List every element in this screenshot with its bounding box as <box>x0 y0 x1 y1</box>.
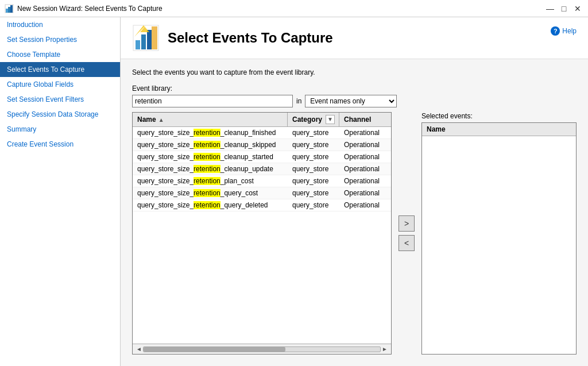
search-row: in Event names only All fields <box>132 95 577 107</box>
sidebar-item-choose-template[interactable]: Choose Template <box>0 47 120 62</box>
td-channel: Operational <box>339 151 391 163</box>
td-category: query_store <box>288 175 339 187</box>
table-row[interactable]: query_store_size_retention_plan_cost que… <box>133 175 391 187</box>
svg-rect-2 <box>8 7 10 13</box>
sidebar-item-specify-session-data-storage[interactable]: Specify Session Data Storage <box>0 107 120 122</box>
selected-table-header: Name <box>422 123 576 136</box>
td-name: query_store_size_retention_plan_cost <box>133 175 288 187</box>
page-title: Select Events To Capture <box>168 30 333 46</box>
td-name: query_store_size_retention_query_deleted <box>133 199 288 211</box>
sidebar-item-create-event-session[interactable]: Create Event Session <box>0 137 120 152</box>
title-bar: New Session Wizard: Select Events To Cap… <box>0 0 588 17</box>
highlight: retention <box>194 129 220 137</box>
highlight: retention <box>194 189 220 197</box>
highlight: retention <box>194 153 220 161</box>
title-bar-title: New Session Wizard: Select Events To Cap… <box>17 5 163 13</box>
td-name: query_store_size_retention_query_cost <box>133 187 288 199</box>
svg-rect-3 <box>10 5 13 13</box>
svg-rect-1 <box>6 9 8 13</box>
maximize-button[interactable]: □ <box>558 3 570 14</box>
sidebar-item-set-session-event-filters[interactable]: Set Session Event Filters <box>0 92 120 107</box>
scroll-right-arrow[interactable]: ► <box>381 346 389 352</box>
table-row[interactable]: query_store_size_retention_cleanup_start… <box>133 151 391 163</box>
table-row[interactable]: query_store_size_retention_cleanup_updat… <box>133 163 391 175</box>
td-category: query_store <box>288 187 339 199</box>
app-icon <box>5 4 14 13</box>
sort-arrow-name: ▲ <box>158 117 164 123</box>
table-row[interactable]: query_store_size_retention_cleanup_skipp… <box>133 139 391 151</box>
sidebar-item-introduction[interactable]: Introduction <box>0 17 120 32</box>
th-category-label: Category <box>292 115 322 124</box>
content-area: Select Events To Capture ? Help Select t… <box>121 17 588 366</box>
td-name: query_store_size_retention_cleanup_start… <box>133 151 288 163</box>
title-bar-left: New Session Wizard: Select Events To Cap… <box>5 4 163 13</box>
highlight: retention <box>194 177 220 185</box>
td-channel: Operational <box>339 175 391 187</box>
table-row[interactable]: query_store_size_retention_query_deleted… <box>133 199 391 211</box>
close-button[interactable]: ✕ <box>572 3 583 14</box>
content-body: Select the events you want to capture fr… <box>121 59 588 366</box>
selected-events-panel: Selected events: Name <box>421 112 577 355</box>
highlight: retention <box>194 141 220 149</box>
help-label: Help <box>562 27 577 35</box>
svg-rect-7 <box>147 30 152 49</box>
horizontal-scrollbar[interactable] <box>143 346 381 352</box>
td-name: query_store_size_retention_cleanup_skipp… <box>133 139 288 151</box>
td-name: query_store_size_retention_cleanup_finis… <box>133 127 288 138</box>
sidebar-item-capture-global-fields[interactable]: Capture Global Fields <box>0 77 120 92</box>
highlight: retention <box>194 165 220 173</box>
transfer-left-button[interactable]: < <box>399 235 415 251</box>
table-scrollbar-area: ◄ ► <box>133 344 391 354</box>
selected-events-label: Selected events: <box>421 112 577 120</box>
sidebar-item-select-events[interactable]: Select Events To Capture <box>0 62 120 77</box>
td-category: query_store <box>288 163 339 175</box>
td-category: query_store <box>288 127 339 138</box>
sidebar-item-summary[interactable]: Summary <box>0 122 120 137</box>
highlight: retention <box>194 201 220 209</box>
scrollbar-thumb <box>144 347 285 352</box>
td-channel: Operational <box>339 127 391 138</box>
table-row[interactable]: query_store_size_retention_cleanup_finis… <box>133 127 391 139</box>
td-channel: Operational <box>339 163 391 175</box>
svg-rect-5 <box>136 40 140 49</box>
td-category: query_store <box>288 139 339 151</box>
help-circle-icon: ? <box>551 26 560 36</box>
event-library-panel: Name ▲ Category ▼ Channel <box>132 112 392 355</box>
th-channel: Channel <box>339 113 391 126</box>
th-channel-label: Channel <box>344 115 371 124</box>
svg-rect-9 <box>152 26 157 49</box>
transfer-right-button[interactable]: > <box>399 215 415 232</box>
td-channel: Operational <box>339 199 391 211</box>
category-filter-button[interactable]: ▼ <box>326 115 335 124</box>
td-category: query_store <box>288 199 339 211</box>
th-name-label: Name <box>137 115 156 124</box>
event-library-label: Event library: <box>132 84 577 93</box>
svg-rect-6 <box>141 34 146 49</box>
in-label: in <box>296 97 301 105</box>
table-body: query_store_size_retention_cleanup_finis… <box>133 127 391 344</box>
table-row[interactable]: query_store_size_retention_query_cost qu… <box>133 187 391 199</box>
table-header: Name ▲ Category ▼ Channel <box>133 113 391 127</box>
header-icon <box>132 24 160 52</box>
main-container: Introduction Set Session Properties Choo… <box>0 17 588 366</box>
td-channel: Operational <box>339 139 391 151</box>
selected-events-table: Name <box>421 122 577 355</box>
sidebar: Introduction Set Session Properties Choo… <box>0 17 121 366</box>
minimize-button[interactable]: — <box>544 3 556 14</box>
scroll-left-arrow[interactable]: ◄ <box>135 346 143 352</box>
title-bar-controls: — □ ✕ <box>544 3 583 14</box>
sidebar-item-set-session-properties[interactable]: Set Session Properties <box>0 32 120 47</box>
middle-buttons: > < <box>396 112 417 355</box>
th-name: Name ▲ <box>133 113 288 126</box>
td-category: query_store <box>288 151 339 163</box>
panels-row: Name ▲ Category ▼ Channel <box>132 112 577 355</box>
page-header: Select Events To Capture ? Help <box>121 17 588 59</box>
th-category: Category ▼ <box>288 113 339 126</box>
td-name: query_store_size_retention_cleanup_updat… <box>133 163 288 175</box>
search-input[interactable] <box>132 95 293 107</box>
help-link[interactable]: ? Help <box>551 24 577 36</box>
description-text: Select the events you want to capture fr… <box>132 68 577 76</box>
search-dropdown[interactable]: Event names only All fields <box>305 95 397 107</box>
td-channel: Operational <box>339 187 391 199</box>
